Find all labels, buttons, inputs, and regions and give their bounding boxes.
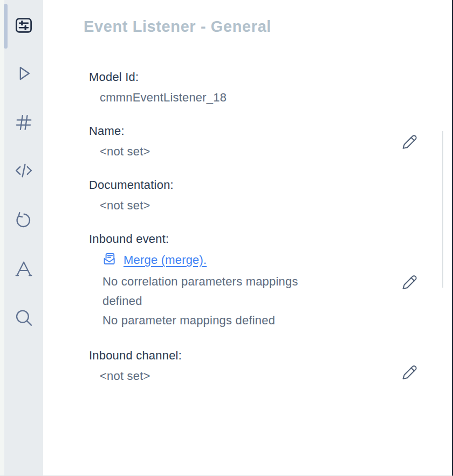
field-inbound-channel: Inbound channel: <not set> [89, 348, 452, 384]
documentation-label: Documentation: [89, 177, 452, 193]
model-id-label: Model Id: [89, 69, 452, 85]
hash-icon [12, 111, 35, 134]
field-group-divider [442, 131, 443, 288]
sidebar-item-search[interactable] [11, 305, 37, 331]
event-message-icon [102, 252, 117, 269]
icon-sidebar [4, 0, 43, 475]
name-label: Name: [89, 123, 452, 139]
sidebar-item-properties[interactable] [11, 12, 37, 38]
general-properties-section: Event Listener - General Model Id: cmmnE… [43, 0, 452, 475]
sidebar-item-ids[interactable] [11, 110, 37, 135]
inbound-event-link[interactable]: Merge (merge). [123, 253, 207, 267]
documentation-value: <not set> [89, 198, 452, 214]
scrollbar-track [0, 0, 4, 475]
pencil-icon [400, 363, 418, 382]
panel-title: Event Listener - General [84, 16, 452, 37]
pencil-icon [400, 273, 418, 291]
parameter-mappings-note: No parameter mappings defined [102, 311, 326, 330]
field-inbound-event: Inbound event: Merge (merge). [89, 231, 452, 330]
pencil-icon [400, 133, 418, 151]
edit-general-button[interactable] [399, 132, 418, 152]
name-value: <not set> [89, 144, 452, 160]
sidebar-item-history[interactable] [11, 207, 37, 233]
correlation-mappings-note: No correlation parameters mappings defin… [102, 272, 326, 311]
undo-icon [13, 209, 35, 231]
inbound-channel-value: <not set> [89, 368, 452, 384]
inbound-event-label: Inbound event: [89, 231, 452, 247]
search-icon [12, 307, 35, 329]
edit-inbound-channel-button[interactable] [399, 363, 418, 382]
field-documentation: Documentation: <not set> [89, 177, 452, 214]
code-icon [12, 159, 36, 182]
sliders-icon [13, 15, 34, 36]
model-id-value: cmmnEventListener_18 [89, 90, 452, 106]
inbound-channel-label: Inbound channel: [89, 348, 452, 364]
scrollbar-thumb[interactable] [4, 4, 8, 49]
properties-panel-window: Event Listener - General Model Id: cmmnE… [0, 0, 453, 476]
play-icon [13, 63, 35, 84]
sidebar-item-run[interactable] [11, 60, 37, 86]
edit-inbound-event-button[interactable] [399, 273, 418, 292]
sidebar-item-code[interactable] [11, 158, 37, 183]
sidebar-item-text[interactable] [11, 256, 37, 282]
letter-a-icon [13, 258, 35, 280]
field-model-id: Model Id: cmmnEventListener_18 [89, 69, 452, 106]
field-name: Name: <not set> [89, 123, 452, 160]
